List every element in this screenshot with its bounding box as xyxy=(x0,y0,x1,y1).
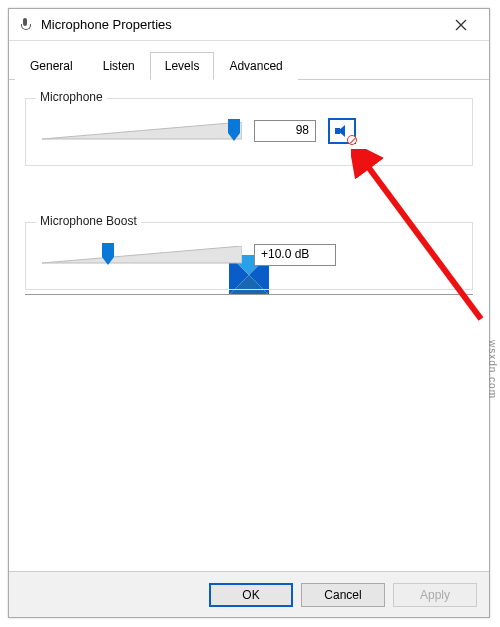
microphone-value: 98 xyxy=(254,120,316,142)
boost-value: +10.0 dB xyxy=(254,244,336,266)
cancel-button[interactable]: Cancel xyxy=(301,583,385,607)
tab-levels[interactable]: Levels xyxy=(150,52,215,80)
divider-line xyxy=(25,294,473,295)
boost-legend: Microphone Boost xyxy=(36,214,141,228)
tab-advanced[interactable]: Advanced xyxy=(214,52,297,80)
slider-track xyxy=(42,122,242,140)
tab-listen[interactable]: Listen xyxy=(88,52,150,80)
svg-marker-2 xyxy=(42,122,242,139)
titlebar: Microphone Properties xyxy=(9,9,489,41)
svg-marker-8 xyxy=(42,246,242,263)
properties-dialog: Microphone Properties General Listen Lev… xyxy=(8,8,490,618)
svg-marker-9 xyxy=(102,243,114,265)
microphone-slider-thumb[interactable] xyxy=(228,119,240,141)
svg-marker-3 xyxy=(228,119,240,141)
apply-button[interactable]: Apply xyxy=(393,583,477,607)
microphone-boost-group: Microphone Boost +10.0 dB xyxy=(25,222,473,290)
microphone-slider[interactable] xyxy=(42,117,242,145)
mute-indicator-icon xyxy=(347,135,357,145)
slider-track xyxy=(42,246,242,264)
window-title: Microphone Properties xyxy=(41,17,441,32)
microphone-icon xyxy=(17,17,33,33)
ok-button[interactable]: OK xyxy=(209,583,293,607)
close-button[interactable] xyxy=(441,11,481,39)
boost-slider-thumb[interactable] xyxy=(102,243,114,265)
microphone-legend: Microphone xyxy=(36,90,107,104)
close-icon xyxy=(455,19,467,31)
microphone-slider-row: 98 xyxy=(42,117,456,145)
dialog-footer: OK Cancel Apply xyxy=(9,571,489,617)
speaker-muted-icon xyxy=(335,124,349,138)
tab-general[interactable]: General xyxy=(15,52,88,80)
mute-button[interactable] xyxy=(328,118,356,144)
tab-content-levels: Microphone 98 xyxy=(9,80,489,290)
boost-slider-row: +10.0 dB xyxy=(42,241,456,269)
boost-slider[interactable] xyxy=(42,241,242,269)
source-watermark: wsxdn.com xyxy=(487,340,498,399)
microphone-level-group: Microphone 98 xyxy=(25,98,473,166)
tab-strip: General Listen Levels Advanced xyxy=(9,45,489,80)
